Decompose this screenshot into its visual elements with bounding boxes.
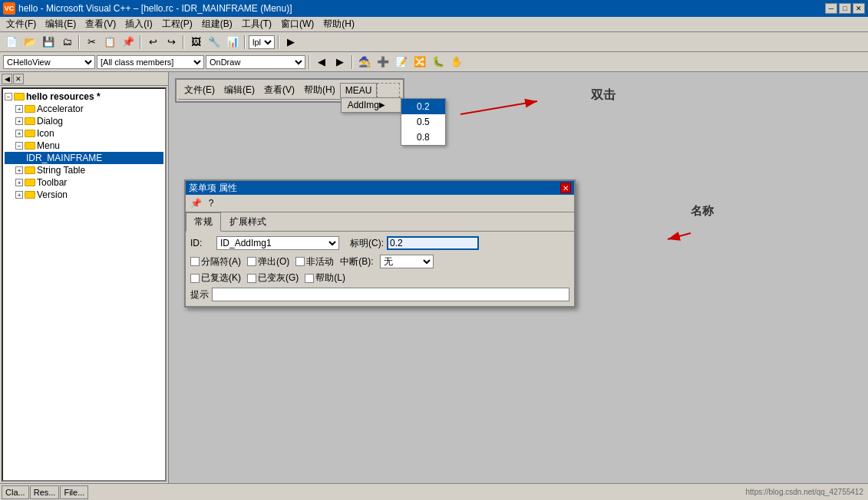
properties-help-button[interactable]: ? xyxy=(204,196,218,210)
prompt-input[interactable] xyxy=(212,288,569,301)
panel-shrink-button[interactable]: ◀ xyxy=(2,74,12,84)
tree-version[interactable]: + Version xyxy=(5,189,163,201)
hand-button[interactable]: ✋ xyxy=(448,54,465,70)
title-bar-controls[interactable]: ─ □ ✕ xyxy=(825,3,865,14)
toggle-header-button[interactable]: 🔀 xyxy=(411,54,428,70)
minimize-button[interactable]: ─ xyxy=(825,3,837,14)
cb-help[interactable] xyxy=(305,274,314,283)
run-button[interactable]: ▶ xyxy=(282,35,299,50)
tab-extended[interactable]: 扩展样式 xyxy=(221,212,275,231)
resource-tree[interactable]: − hello resources * + Accelerator + Dial… xyxy=(2,87,167,482)
root-toggle[interactable]: − xyxy=(5,93,12,100)
members-combo[interactable]: [All class members] xyxy=(97,55,204,69)
id-combo[interactable]: ID_AddImg1 xyxy=(216,236,339,250)
tree-icon[interactable]: + Icon xyxy=(5,127,163,140)
icon-toggle[interactable]: + xyxy=(15,130,23,137)
addimg-label: AddImg xyxy=(348,100,379,110)
copy-button[interactable]: 📋 xyxy=(101,35,118,50)
add-variable-button[interactable]: 📝 xyxy=(393,54,410,70)
tree-idr-mainframe[interactable]: IDR_MAINFRAME xyxy=(5,152,163,164)
menu-window[interactable]: 窗口(W) xyxy=(276,17,318,31)
editor-file[interactable]: 文件(E) xyxy=(180,82,219,98)
menu-project[interactable]: 工程(P) xyxy=(157,17,197,31)
addimg-item[interactable]: AddImg ▶ 0.2 0.5 0.8 xyxy=(342,98,401,112)
open-button[interactable]: 📂 xyxy=(21,35,38,50)
menu-view[interactable]: 查看(V) xyxy=(81,17,120,31)
toolbar-tree-toggle[interactable]: + xyxy=(15,179,23,186)
string-table-toggle[interactable]: + xyxy=(15,166,23,174)
editor-meau[interactable]: MEAU AddImg ▶ 0.2 0.5 0.8 xyxy=(340,83,378,98)
menu-tools[interactable]: 工具(T) xyxy=(237,17,276,31)
menu-build[interactable]: 组建(B) xyxy=(197,17,237,31)
editor-help[interactable]: 帮助(H) xyxy=(299,82,340,98)
menu-toggle[interactable]: − xyxy=(15,142,23,150)
tree-menu[interactable]: − Menu xyxy=(5,140,163,152)
submenu-02[interactable]: 0.2 xyxy=(401,99,445,114)
dialog-toggle[interactable]: + xyxy=(15,117,23,125)
tree-dialog[interactable]: + Dialog xyxy=(5,115,163,127)
cb-checked[interactable] xyxy=(190,274,200,283)
maximize-button[interactable]: □ xyxy=(839,3,851,14)
break-combo[interactable]: 无 xyxy=(380,255,434,268)
tree-string-table[interactable]: + String Table xyxy=(5,164,163,176)
tree-toolbar[interactable]: + Toolbar xyxy=(5,176,163,189)
menu-editor-bar: 文件(E) 编辑(E) 查看(V) 帮助(H) MEAU AddImg ▶ xyxy=(178,81,401,100)
accelerator-icon xyxy=(25,105,35,113)
class-combo[interactable]: CHelloView xyxy=(3,55,95,69)
toolbar3-btn[interactable]: 📊 xyxy=(224,35,241,50)
go-back-button[interactable]: ◀ xyxy=(313,54,330,70)
dialog-tabs: 常规 扩展样式 xyxy=(186,212,574,232)
properties-pin-button[interactable]: 📌 xyxy=(189,196,203,210)
content-area: 文件(E) 编辑(E) 查看(V) 帮助(H) MEAU AddImg ▶ xyxy=(169,72,868,483)
tree-accelerator[interactable]: + Accelerator xyxy=(5,103,163,115)
method-combo[interactable]: OnDraw xyxy=(206,55,305,69)
cb-popup[interactable] xyxy=(247,257,256,266)
go-forward-button[interactable]: ▶ xyxy=(332,54,348,70)
new-button[interactable]: 📄 xyxy=(3,35,20,50)
save-all-button[interactable]: 🗂 xyxy=(58,35,75,50)
cb-inactive[interactable] xyxy=(295,257,305,266)
resources-button[interactable]: 🖼 xyxy=(187,35,204,50)
cb-separator[interactable] xyxy=(190,257,200,266)
tab-general[interactable]: 常规 xyxy=(186,212,221,232)
menu-insert[interactable]: 插入(I) xyxy=(120,17,157,31)
separator-1 xyxy=(78,35,80,49)
class-wizard-button[interactable]: 🧙 xyxy=(356,54,373,70)
editor-empty-slot[interactable] xyxy=(377,83,400,98)
caption-input[interactable] xyxy=(387,236,479,250)
panel-controls[interactable]: ◀ ✕ xyxy=(2,74,24,84)
accelerator-toggle[interactable]: + xyxy=(15,105,23,113)
submenu-08[interactable]: 0.8 xyxy=(401,130,445,145)
panel-close-button[interactable]: ✕ xyxy=(13,74,24,84)
dialog-title-bar: 菜单项 属性 ✕ xyxy=(186,181,574,195)
toolbar2-btn[interactable]: 🔧 xyxy=(206,35,223,50)
dialog-content: ID: ID_AddImg1 标明(C): 分隔符(A) xyxy=(186,232,574,306)
break-label: 中断(B): xyxy=(340,255,373,268)
save-button[interactable]: 💾 xyxy=(40,35,57,50)
editor-view[interactable]: 查看(V) xyxy=(259,82,299,98)
config-combo[interactable]: lpl xyxy=(249,35,275,49)
undo-button[interactable]: ↩ xyxy=(144,35,161,50)
debug-button[interactable]: 🐛 xyxy=(430,54,447,70)
submenu-05[interactable]: 0.5 xyxy=(401,114,445,130)
close-button[interactable]: ✕ xyxy=(853,3,865,14)
menu-file[interactable]: 文件(F) xyxy=(2,17,41,31)
paste-button[interactable]: 📌 xyxy=(120,35,137,50)
cut-button[interactable]: ✂ xyxy=(83,35,100,50)
dialog-close-button[interactable]: ✕ xyxy=(560,183,571,193)
meau-label[interactable]: MEAU xyxy=(341,84,377,97)
menu-help[interactable]: 帮助(H) xyxy=(318,17,359,31)
status-class-pane[interactable]: Cla... xyxy=(2,485,29,499)
add-member-button[interactable]: ➕ xyxy=(375,54,391,70)
redo-button[interactable]: ↪ xyxy=(163,35,180,50)
menu-label: Menu xyxy=(37,140,60,151)
properties-dialog: 菜单项 属性 ✕ 📌 ? 常规 扩展样式 ID: ID_AddImg xyxy=(184,179,576,308)
status-file-pane[interactable]: File... xyxy=(60,485,88,499)
version-toggle[interactable]: + xyxy=(15,191,23,199)
status-res-pane[interactable]: Res... xyxy=(30,485,60,499)
menu-edit[interactable]: 编辑(E) xyxy=(41,17,81,31)
checkboxes-row-1: 分隔符(A) 弹出(O) 非活动 中断(B): 无 xyxy=(190,255,569,268)
cb-grayed[interactable] xyxy=(247,274,256,283)
editor-edit[interactable]: 编辑(E) xyxy=(219,82,259,98)
tree-root[interactable]: − hello resources * xyxy=(5,90,163,103)
